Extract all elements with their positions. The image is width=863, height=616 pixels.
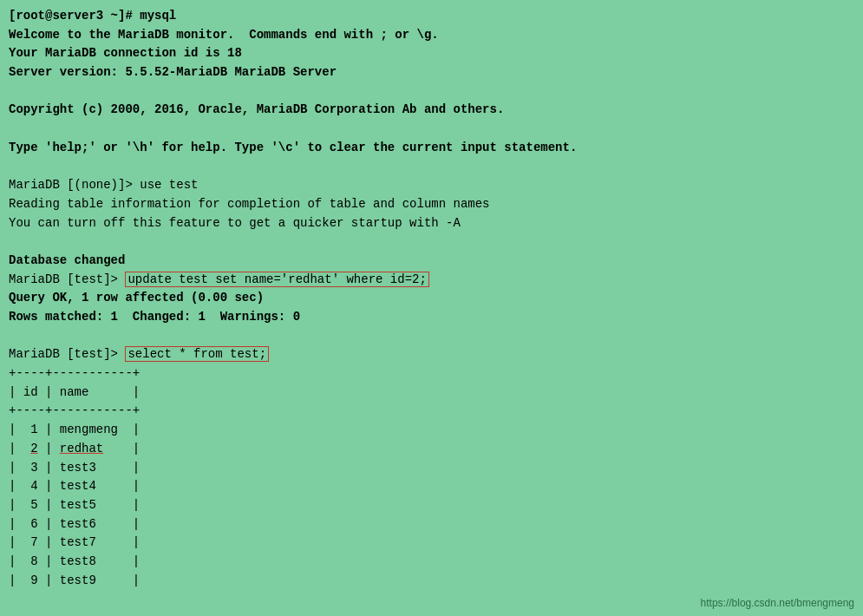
line-3: Your MariaDB connection id is 18 [9,44,854,63]
table-row-1: | 1 | mengmeng | [9,421,854,440]
line-update-cmd: MariaDB [test]> update test set name='re… [9,271,854,290]
row2-name: redhat [60,442,103,455]
line-reading: Reading table information for completion… [9,195,854,214]
row2-id: 2 [30,442,37,455]
line-rows-matched: Rows matched: 1 Changed: 1 Warnings: 0 [9,308,854,327]
table-row-7: | 7 | test7 | [9,534,854,553]
table-row-3: | 3 | test3 | [9,459,854,478]
line-query-ok: Query OK, 1 row affected (0.00 sec) [9,289,854,308]
line-turnoff: You can turn off this feature to get a q… [9,214,854,233]
line-6: Copyright (c) 2000, 2016, Oracle, MariaD… [9,101,854,120]
select-command-box: select * from test; [125,346,269,362]
update-command-box: update test set name='redhat' where id=2… [125,272,428,287]
blank-2 [9,120,854,139]
watermark: https://blog.csdn.net/bmengmeng [701,597,854,609]
blank-3 [9,158,854,177]
blank-1 [9,82,854,102]
line-db-changed: Database changed [9,252,854,271]
table-row-4: | 4 | test4 | [9,477,854,496]
table-row-8: | 8 | test8 | [9,553,854,572]
prompt-line: [root@server3 ~]# mysql [9,9,176,23]
table-header: | id | name | [9,383,854,403]
blank-4 [9,233,854,252]
table-border-header: +----+-----------+ [9,402,854,421]
table-row-2: | 2 | redhat | [9,440,854,459]
line-1: [root@server3 ~]# mysql [9,7,854,26]
line-select-cmd: MariaDB [test]> select * from test; [9,345,854,364]
blank-5 [9,327,854,346]
table-row-5: | 5 | test5 | [9,496,854,515]
table-row-9: | 9 | test9 | [9,572,854,591]
line-8: Type 'help;' or '\h' for help. Type '\c'… [9,139,854,158]
line-2: Welcome to the MariaDB monitor. Commands… [9,26,854,45]
line-use-test: MariaDB [(none)]> use test [9,176,854,195]
terminal-window: [root@server3 ~]# mysql Welcome to the M… [0,0,863,616]
table-row-6: | 6 | test6 | [9,515,854,534]
table-border-top: +----+-----------+ [9,364,854,383]
line-4: Server version: 5.5.52-MariaDB MariaDB S… [9,63,854,82]
